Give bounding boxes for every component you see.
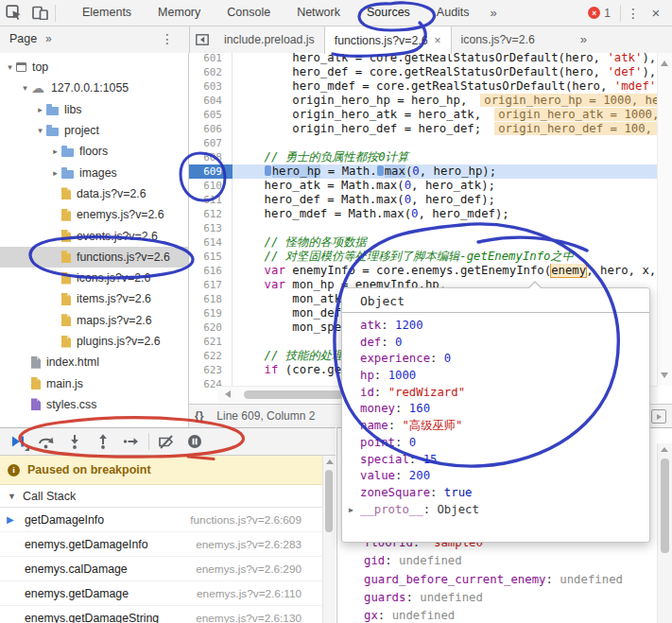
code-line-611[interactable]: 611 hero_def = Math.max(0, hero_def); (189, 193, 658, 207)
tree-item-enemys-js-v-2-6[interactable]: enemys.js?v=2.6 (0, 204, 188, 225)
scroll-thumb[interactable] (661, 459, 669, 553)
disclosure-closed-icon[interactable]: ▸ (49, 147, 61, 156)
call-stack-frame[interactable]: enemys.calDamageenemys.js?v=2.6:290 (0, 557, 336, 581)
tree-item-top[interactable]: ▾top (0, 57, 188, 78)
error-badge[interactable]: × 1 (588, 7, 611, 20)
call-stack-header[interactable]: ▼ Call Stack (0, 485, 336, 508)
property-row-id[interactable]: id: "redWizard" (342, 385, 649, 402)
collapse-navigator-icon[interactable] (190, 26, 215, 53)
disclosure-closed-icon[interactable]: ▸ (34, 105, 46, 114)
code-line-613[interactable]: 613 (189, 221, 658, 235)
debugger-pane-scrollbar[interactable] (322, 456, 336, 623)
property-row-atk[interactable]: atk: 1200 (342, 318, 649, 335)
line-number[interactable]: 617 (189, 278, 233, 292)
tree-item-functions-js-v-2-6[interactable]: functions.js?v=2.6 (0, 247, 188, 268)
line-number[interactable]: 603 (189, 79, 233, 94)
navigator-menu-icon[interactable]: ⋮ (157, 26, 178, 52)
line-number[interactable]: 601 (189, 53, 233, 65)
line-number[interactable]: 605 (189, 108, 233, 122)
code-line-608[interactable]: 608 // 勇士的负属性都按0计算 (189, 150, 658, 164)
panel-tab-audits[interactable]: Audits (423, 0, 483, 26)
code-line-605[interactable]: 605 origin_hero_atk = hero_atk,origin_he… (189, 108, 658, 122)
property-row-guard-before-current-enemy[interactable]: guard_before_current_enemy: undefined (337, 571, 657, 589)
property-row-point[interactable]: point: 0 (342, 435, 649, 452)
code-line-616[interactable]: 616 var enemyInfo = core.enemys.getEnemy… (189, 264, 658, 278)
more-options-icon[interactable]: ⋮ (623, 6, 644, 21)
property-row-zoneSquare[interactable]: zoneSquare: true (342, 485, 649, 502)
tree-item-items-js-v-2-6[interactable]: items.js?v=2.6 (0, 288, 188, 309)
panel-tab-elements[interactable]: Elements (69, 0, 145, 26)
code-line-602[interactable]: 602 hero_def = core.getRealStatusOrDefau… (189, 65, 658, 79)
line-number[interactable]: 613 (189, 221, 233, 235)
panel-tab-sources[interactable]: Sources (353, 0, 423, 26)
step-out-button[interactable] (89, 429, 117, 454)
code-line-610[interactable]: 610 hero_atk = Math.max(0, hero_atk); (189, 179, 658, 193)
panel-tab-memory[interactable]: Memory (145, 0, 214, 26)
line-number[interactable]: 622 (189, 349, 233, 363)
scroll-left-icon[interactable] (225, 390, 231, 398)
step-button[interactable] (117, 429, 146, 454)
line-number[interactable]: 615 (189, 250, 233, 264)
step-marker-icon[interactable] (265, 165, 271, 176)
property-row-name[interactable]: name: "高级巫师" (342, 418, 649, 435)
file-tab[interactable]: functions.js?v=2.6× (324, 26, 452, 54)
code-line-615[interactable]: 615 // 对坚固模仿等处理移到了脚本编辑-getEnemyInfo之中 (189, 250, 658, 264)
step-marker-icon[interactable] (377, 165, 384, 176)
line-number[interactable]: 619 (189, 306, 233, 320)
line-number[interactable]: 614 (189, 235, 233, 250)
property-row-special[interactable]: special: 15 (342, 452, 649, 469)
scroll-up-icon[interactable] (661, 61, 668, 66)
property-row-gid[interactable]: gid: undefined (337, 552, 657, 570)
file-tab[interactable]: icons.js?v=2.6 (452, 26, 544, 53)
disclosure-open-icon[interactable]: ▾ (4, 62, 16, 72)
line-number[interactable]: 611 (189, 193, 233, 207)
line-number[interactable]: 618 (189, 292, 233, 306)
tree-item-maps-js-v-2-6[interactable]: maps.js?v=2.6 (0, 310, 188, 331)
navigator-tab-page[interactable]: Page (9, 26, 37, 52)
scope-pane-scrollbar[interactable] (657, 443, 672, 623)
editor-vertical-scrollbar[interactable] (657, 53, 672, 386)
show-debugger-sidebar-icon[interactable] (651, 409, 666, 424)
property-row-guards[interactable]: guards: undefined (337, 589, 657, 607)
line-number[interactable]: 604 (189, 94, 233, 108)
file-tab[interactable]: include.preload.js (215, 26, 324, 53)
code-line-607[interactable]: 607 (189, 136, 658, 150)
tree-item-plugins-js-v-2-6[interactable]: plugins.js?v=2.6 (0, 331, 188, 352)
scroll-down-icon[interactable] (661, 372, 668, 378)
property-row-def[interactable]: def: 0 (342, 335, 649, 352)
scroll-up-icon[interactable] (326, 459, 334, 464)
property-row-value[interactable]: value: 200 (342, 468, 649, 485)
scroll-up-icon[interactable] (661, 447, 668, 452)
tree-item-main-js[interactable]: main.js (0, 372, 188, 393)
disclosure-open-icon[interactable]: ▾ (19, 83, 31, 93)
code-line-612[interactable]: 612 hero_mdef = Math.max(0, hero_mdef); (189, 207, 658, 221)
tree-item-127-0-0-1-1055[interactable]: ▾☁127.0.0.1:1055 (0, 78, 188, 98)
resume-button[interactable] (4, 429, 32, 454)
pretty-print-icon[interactable]: {} (195, 409, 203, 423)
code-line-609[interactable]: 609 hero_hp = Math.max(0, hero_hp); (189, 164, 658, 179)
line-number[interactable]: 621 (189, 335, 233, 349)
navigator-tabs-overflow-icon[interactable]: » (45, 26, 52, 52)
panel-tab-network[interactable]: Network (284, 0, 353, 26)
code-line-604[interactable]: 604 origin_hero_hp = hero_hp,origin_hero… (189, 94, 658, 108)
code-line-603[interactable]: 603 hero_mdef = core.getRealStatusOrDefa… (189, 79, 658, 94)
scroll-thumb[interactable] (325, 470, 333, 532)
tree-item-events-js-v-2-6[interactable]: events.js?v=2.6 (0, 225, 188, 246)
code-line-606[interactable]: 606 origin_hero_def = hero_def;origin_he… (189, 122, 658, 136)
call-stack-frame[interactable]: enemys.getDamageenemys.js?v=2.6:110 (0, 581, 336, 606)
line-number[interactable]: 620 (189, 320, 233, 335)
property-row---proto--[interactable]: ▶__proto__: Object (342, 502, 649, 519)
pause-on-exceptions-button[interactable] (181, 429, 209, 454)
step-over-button[interactable] (32, 429, 60, 454)
tree-item-data-js-v-2-6[interactable]: data.js?v=2.6 (0, 183, 188, 204)
deactivate-breakpoints-button[interactable] (152, 429, 181, 454)
property-row-money[interactable]: money: 160 (342, 401, 649, 418)
close-tab-icon[interactable]: × (435, 34, 441, 47)
call-stack-frame[interactable]: ▶getDamageInfofunctions.js?v=2.6:609 (0, 508, 336, 532)
tree-item-icons-js-v-2-6[interactable]: icons.js?v=2.6 (0, 268, 188, 288)
call-stack-frame[interactable]: enemys.getDamageStringenemys.js?v=2.6:13… (0, 606, 336, 623)
device-toolbar-icon[interactable] (26, 1, 53, 26)
tree-item-libs[interactable]: ▸libs (0, 99, 188, 120)
panel-tabs-overflow-icon[interactable]: » (483, 0, 505, 26)
close-devtools-icon[interactable]: × (644, 5, 668, 21)
